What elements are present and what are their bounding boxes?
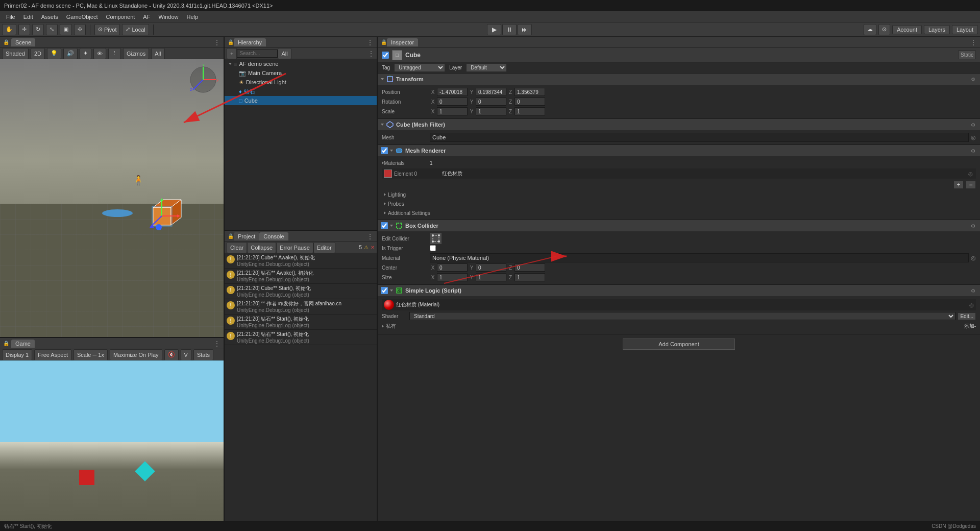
scene-light-btn[interactable]: 💡	[47, 48, 61, 59]
trigger-checkbox[interactable]	[430, 245, 436, 251]
console-item-5[interactable]: ! [21:21:20] 钻石** Start(), 初始化 UnityEngi…	[225, 330, 377, 345]
hierarchy-search[interactable]	[237, 50, 278, 58]
box-collider-header[interactable]: Box Collider ⚙	[378, 220, 980, 231]
error-pause-btn[interactable]: Error Pause	[276, 242, 313, 253]
hierarchy-item-diamond[interactable]: ♦ 钻石	[225, 87, 377, 96]
maximize-play-btn[interactable]: Maximize On Play	[110, 349, 162, 360]
hierarchy-options-btn[interactable]: ⋮	[368, 50, 375, 58]
move-tool-btn[interactable]: ✛	[18, 24, 30, 35]
rot-x-input[interactable]	[437, 98, 468, 106]
console-tab[interactable]: Console	[259, 232, 288, 240]
size-y-input[interactable]	[476, 273, 506, 281]
collider-material-drop[interactable]: None (Physic Material)	[430, 253, 969, 262]
inspector-menu-btn[interactable]: ⋮	[970, 38, 977, 46]
size-x-input[interactable]	[437, 273, 468, 281]
mesh-renderer-header[interactable]: Mesh Renderer ⚙	[378, 145, 980, 156]
console-item-4[interactable]: ! [21:21:20] 钻石** Start(), 初始化 UnityEngi…	[225, 315, 377, 330]
mesh-filter-header[interactable]: Cube (Mesh Filter) ⚙	[378, 119, 980, 130]
layers-btn[interactable]: Layers	[924, 25, 950, 34]
simple-logic-active[interactable]	[381, 287, 388, 294]
rot-y-input[interactable]	[476, 98, 506, 106]
material-ref-target[interactable]: ◎	[969, 302, 974, 308]
display-btn[interactable]: Display 1	[2, 349, 32, 360]
rotate-tool-btn[interactable]: ↻	[32, 24, 44, 35]
mute-btn[interactable]: 🔇	[164, 349, 179, 360]
center-z-input[interactable]	[514, 263, 545, 272]
box-collider-settings-icon[interactable]: ⚙	[969, 223, 977, 229]
menu-help[interactable]: Help	[183, 13, 203, 21]
transform-header[interactable]: Transform ⚙	[378, 74, 980, 85]
hierarchy-item-light[interactable]: ☀ Directional Light	[225, 78, 377, 87]
transform-settings-icon[interactable]: ⚙	[969, 76, 977, 83]
simple-logic-header[interactable]: C# Simple Logic (Script) ⚙	[378, 285, 980, 296]
shader-select[interactable]: Standard	[409, 312, 955, 320]
center-x-input[interactable]	[437, 263, 468, 272]
collider-edit-btn[interactable]	[430, 232, 442, 245]
inspector-tab[interactable]: Inspector	[387, 38, 418, 46]
shading-btn[interactable]: Shaded	[2, 48, 29, 59]
scene-grid-btn[interactable]: ⋮	[108, 48, 121, 59]
menu-file[interactable]: File	[2, 13, 19, 21]
menu-assets[interactable]: Assets	[37, 13, 62, 21]
add-component-btn[interactable]: Add Component	[623, 339, 735, 350]
pause-btn[interactable]: ⏸	[502, 24, 517, 35]
pos-y-input[interactable]	[476, 88, 506, 96]
collider-material-target[interactable]: ◎	[971, 255, 976, 261]
play-btn[interactable]: ▶	[487, 24, 501, 35]
pos-x-input[interactable]	[437, 88, 468, 96]
probes-section[interactable]: Probes	[382, 199, 976, 208]
scene-menu-btn[interactable]: ⋮	[213, 38, 220, 46]
shader-edit-btn[interactable]: Edit...	[958, 312, 976, 320]
menu-window[interactable]: Window	[154, 13, 182, 21]
size-z-input[interactable]	[514, 273, 545, 281]
remove-material-btn[interactable]: −	[966, 181, 976, 189]
aspect-btn[interactable]: Free Aspect	[34, 349, 71, 360]
console-item-3[interactable]: ! [21:21:20] ** 作者 咋发你好，官网 afanihao.cn U…	[225, 299, 377, 315]
console-item-1[interactable]: ! [21:21:20] 钻石** Awake(), 初始化 UnityEngi…	[225, 269, 377, 284]
layout-btn[interactable]: Layout	[952, 25, 978, 34]
all-btn[interactable]: All	[151, 48, 164, 59]
editor-btn[interactable]: Editor	[313, 242, 335, 253]
menu-gameobject[interactable]: GameObject	[62, 13, 102, 21]
add-material-btn[interactable]: +	[953, 181, 964, 189]
collab-btn[interactable]: ☁	[864, 24, 876, 35]
console-menu-btn[interactable]: ⋮	[366, 232, 374, 240]
tag-select[interactable]: Untagged	[394, 63, 445, 72]
rot-z-input[interactable]	[514, 98, 545, 106]
local-btn[interactable]: ⤢ Local	[122, 24, 149, 35]
vsync-btn[interactable]: V	[181, 349, 191, 360]
clear-btn[interactable]: Clear	[227, 242, 247, 253]
lighting-section[interactable]: Lighting	[382, 190, 976, 199]
scale-tool-btn[interactable]: ⤡	[46, 24, 58, 35]
static-btn[interactable]: Static	[958, 51, 976, 59]
console-item-0[interactable]: ! [21:21:20] Cube** Awake(), 初始化 UnityEn…	[225, 253, 377, 269]
scale-x-input[interactable]	[437, 107, 468, 115]
scale-y-input[interactable]	[476, 107, 506, 115]
additional-section[interactable]: Additional Settings	[382, 208, 976, 218]
obj-active-checkbox[interactable]	[382, 52, 389, 59]
step-btn[interactable]: ⏭	[518, 24, 532, 35]
mesh-renderer-active[interactable]	[381, 147, 388, 154]
2d-btn[interactable]: 2D	[31, 48, 45, 59]
game-menu-btn[interactable]: ⋮	[213, 340, 220, 348]
hierarchy-all-btn[interactable]: All	[278, 48, 291, 59]
menu-component[interactable]: Component	[102, 13, 139, 21]
project-tab[interactable]: Project	[234, 232, 259, 240]
console-item-2[interactable]: ! [21:21:20] Cube** Start(), 初始化 UnityEn…	[225, 284, 377, 299]
hierarchy-add-btn[interactable]: +	[227, 48, 237, 59]
cloud-btn[interactable]: ⊙	[878, 24, 890, 35]
scene-tab[interactable]: Scene	[11, 38, 35, 46]
mesh-target-icon[interactable]: ◎	[971, 134, 976, 141]
transform-tool-btn[interactable]: ✢	[74, 24, 86, 35]
hand-tool-btn[interactable]: ✋	[2, 24, 16, 35]
game-tab[interactable]: Game	[11, 340, 35, 348]
mesh-filter-settings-icon[interactable]: ⚙	[969, 122, 977, 128]
hierarchy-item-cube[interactable]: □ Cube	[225, 96, 377, 105]
private-value[interactable]: 添加-	[964, 323, 976, 330]
center-y-input[interactable]	[476, 263, 506, 272]
box-collider-active[interactable]	[381, 222, 388, 229]
hierarchy-item-scene[interactable]: ≡ AF demo scene	[225, 59, 377, 68]
scene-hidden-btn[interactable]: 👁	[93, 48, 106, 59]
scene-audio-btn[interactable]: 🔊	[63, 48, 78, 59]
hierarchy-item-camera[interactable]: 📷 Main Camera	[225, 68, 377, 78]
